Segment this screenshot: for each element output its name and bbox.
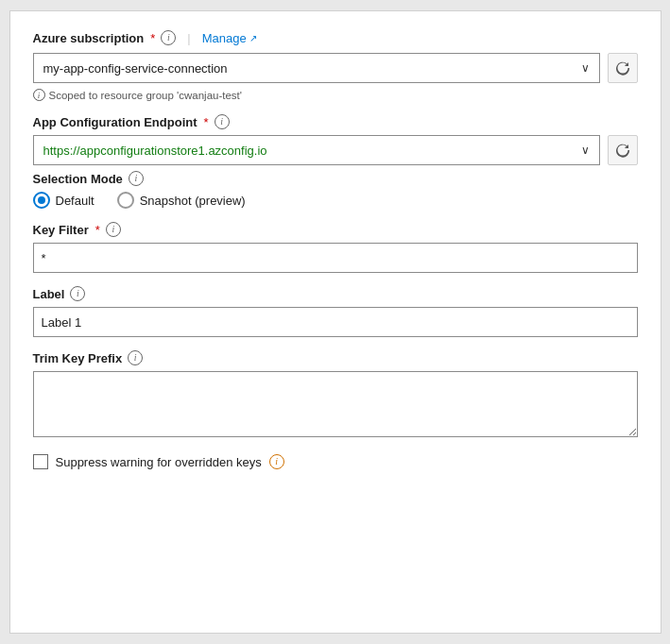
- suppress-label: Suppress warning for overridden keys: [56, 455, 262, 469]
- subscription-required: *: [150, 31, 155, 45]
- endpoint-dropdown-value: https://appconfigurationstore1.azconfig.…: [43, 144, 267, 158]
- manage-label: Manage: [202, 31, 247, 45]
- endpoint-label-row: App Configuration Endpoint * i: [33, 114, 638, 129]
- endpoint-refresh-icon: [615, 143, 630, 158]
- subscription-dropdown-value: my-app-config-service-connection: [43, 61, 228, 76]
- endpoint-chevron-icon: ∨: [581, 144, 590, 157]
- selection-mode-label-row: Selection Mode i: [33, 171, 638, 186]
- label-field-row: [33, 307, 638, 337]
- key-filter-label-row: Key Filter * i: [33, 222, 638, 237]
- trim-key-prefix-field: [33, 371, 638, 441]
- key-filter-info-icon[interactable]: i: [106, 222, 121, 237]
- radio-default-inner: [38, 196, 45, 204]
- trim-key-prefix-label: Trim Key Prefix: [33, 351, 123, 365]
- subscription-info-icon[interactable]: i: [161, 30, 176, 45]
- radio-snapshot-outer: [117, 192, 134, 209]
- subscription-header: Azure subscription * i | Manage ↗: [33, 30, 638, 45]
- endpoint-info-icon[interactable]: i: [215, 114, 230, 129]
- selection-mode-label: Selection Mode: [33, 172, 123, 186]
- radio-default[interactable]: Default: [33, 192, 94, 209]
- header-divider: |: [187, 31, 190, 45]
- key-filter-field: [33, 243, 638, 273]
- key-filter-label: Key Filter: [33, 223, 89, 237]
- endpoint-dropdown[interactable]: https://appconfigurationstore1.azconfig.…: [33, 135, 600, 165]
- label-field-info-icon[interactable]: i: [70, 286, 85, 301]
- manage-link[interactable]: Manage ↗: [202, 31, 257, 45]
- subscription-chevron-icon: ∨: [581, 61, 590, 75]
- endpoint-label: App Configuration Endpoint: [33, 115, 198, 129]
- endpoint-dropdown-row: https://appconfigurationstore1.azconfig.…: [33, 135, 638, 165]
- radio-snapshot-label: Snapshot (preview): [140, 194, 246, 208]
- subscription-dropdown[interactable]: my-app-config-service-connection ∨: [33, 53, 600, 83]
- subscription-label: Azure subscription: [33, 31, 145, 45]
- key-filter-input[interactable]: [33, 243, 638, 273]
- scoped-note: i Scoped to resource group 'cwanjau-test…: [33, 89, 638, 101]
- refresh-icon: [615, 60, 630, 76]
- key-filter-required: *: [95, 223, 100, 237]
- endpoint-refresh-button[interactable]: [608, 135, 638, 165]
- label-field-label-row: Label i: [33, 286, 638, 301]
- subscription-dropdown-row: my-app-config-service-connection ∨: [33, 53, 638, 83]
- radio-snapshot[interactable]: Snapshot (preview): [117, 192, 246, 209]
- selection-mode-info-icon[interactable]: i: [129, 171, 144, 186]
- endpoint-required: *: [204, 115, 209, 129]
- trim-key-prefix-info-icon[interactable]: i: [128, 350, 143, 365]
- suppress-warning-icon[interactable]: i: [269, 454, 284, 469]
- radio-default-label: Default: [56, 194, 94, 208]
- trim-key-prefix-label-row: Trim Key Prefix i: [33, 350, 638, 365]
- selection-mode-radio-group: Default Snapshot (preview): [33, 192, 638, 209]
- label-field-label: Label: [33, 287, 65, 301]
- scoped-note-text: Scoped to resource group 'cwanjau-test': [49, 90, 242, 101]
- trim-key-prefix-input[interactable]: [33, 371, 638, 437]
- suppress-checkbox[interactable]: [33, 454, 48, 469]
- suppress-row: Suppress warning for overridden keys i: [33, 454, 638, 469]
- subscription-refresh-button[interactable]: [608, 53, 638, 83]
- label-input[interactable]: [33, 307, 638, 337]
- radio-default-outer: [33, 192, 50, 209]
- main-card: Azure subscription * i | Manage ↗ my-app…: [9, 10, 661, 634]
- external-link-icon: ↗: [249, 33, 257, 43]
- scoped-info-icon: i: [33, 89, 45, 101]
